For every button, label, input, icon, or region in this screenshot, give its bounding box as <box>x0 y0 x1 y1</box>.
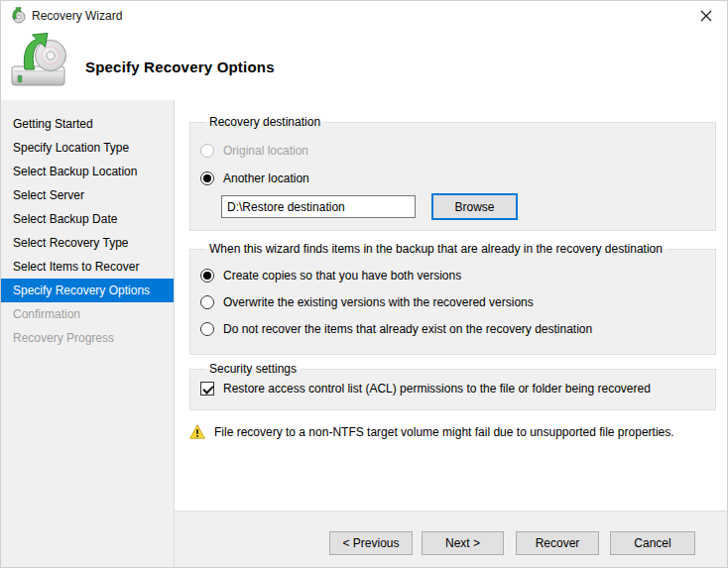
restore-acl-label: Restore access control list (ACL) permis… <box>223 382 651 396</box>
do-not-recover-option[interactable]: Do not recover the items that already ex… <box>200 321 705 337</box>
page-title: Specify Recovery Options <box>85 58 275 75</box>
sidebar-item-confirmation: Confirmation <box>1 302 174 326</box>
next-button[interactable]: Next > <box>422 531 504 555</box>
sidebar-item-select-recovery-type[interactable]: Select Recovery Type <box>1 231 174 255</box>
another-location-option[interactable]: Another location <box>200 170 705 186</box>
window-title: Recovery Wizard <box>32 9 122 23</box>
restore-acl-option[interactable]: Restore access control list (ACL) permis… <box>200 381 705 397</box>
security-settings-legend: Security settings <box>205 362 301 376</box>
wizard-steps-sidebar: Getting Started Specify Location Type Se… <box>1 100 175 567</box>
warning-icon <box>189 424 205 439</box>
ntfs-warning: File recovery to a non-NTFS target volum… <box>189 424 674 439</box>
conflict-resolution-group: When this wizard finds items in the back… <box>189 242 716 355</box>
wizard-footer: < Previous Next > Recover Cancel <box>175 511 727 567</box>
recovery-wizard-icon <box>9 7 26 24</box>
close-button[interactable] <box>685 1 727 31</box>
wizard-page-content: Recovery destination Original location A… <box>175 100 727 511</box>
overwrite-existing-label: Overwrite the existing versions with the… <box>223 295 534 309</box>
destination-path-row: Browse <box>221 193 705 220</box>
radio-overwrite-existing[interactable] <box>200 295 214 309</box>
radio-original-location <box>200 144 214 158</box>
conflict-resolution-legend: When this wizard finds items in the back… <box>205 242 667 256</box>
do-not-recover-label: Do not recover the items that already ex… <box>223 322 592 336</box>
destination-path-input[interactable] <box>221 195 416 218</box>
sidebar-item-recovery-progress: Recovery Progress <box>1 326 174 350</box>
radio-create-copies[interactable] <box>200 269 214 283</box>
sidebar-item-specify-location-type[interactable]: Specify Location Type <box>1 136 174 160</box>
browse-button[interactable]: Browse <box>431 193 518 220</box>
sidebar-item-select-server[interactable]: Select Server <box>1 183 174 207</box>
sidebar-item-select-backup-date[interactable]: Select Backup Date <box>1 207 174 231</box>
create-copies-label: Create copies so that you have both vers… <box>223 269 461 283</box>
sidebar-item-specify-recovery-options[interactable]: Specify Recovery Options <box>1 279 174 302</box>
close-icon <box>700 10 712 22</box>
restore-acl-checkbox[interactable] <box>200 382 214 396</box>
original-location-label: Original location <box>223 144 308 158</box>
overwrite-existing-option[interactable]: Overwrite the existing versions with the… <box>200 294 705 310</box>
recovery-destination-group: Recovery destination Original location A… <box>189 115 716 231</box>
radio-do-not-recover[interactable] <box>200 322 214 336</box>
security-settings-group: Security settings Restore access control… <box>189 362 716 410</box>
ntfs-warning-text: File recovery to a non-NTFS target volum… <box>214 425 674 439</box>
sidebar-item-getting-started[interactable]: Getting Started <box>1 112 174 136</box>
another-location-label: Another location <box>223 171 309 185</box>
disk-recovery-icon <box>11 32 70 89</box>
previous-button[interactable]: < Previous <box>329 531 413 555</box>
title-bar: Recovery Wizard <box>1 1 727 31</box>
radio-another-location[interactable] <box>200 171 214 185</box>
original-location-option: Original location <box>200 143 705 159</box>
create-copies-option[interactable]: Create copies so that you have both vers… <box>200 268 705 284</box>
sidebar-item-select-backup-location[interactable]: Select Backup Location <box>1 160 174 183</box>
recovery-destination-legend: Recovery destination <box>205 115 324 129</box>
recover-button: Recover <box>516 531 599 555</box>
cancel-button[interactable]: Cancel <box>610 531 695 555</box>
sidebar-item-select-items-to-recover[interactable]: Select Items to Recover <box>1 255 174 279</box>
recovery-wizard-window: { "window": { "title": "Recovery Wizard"… <box>0 0 728 568</box>
